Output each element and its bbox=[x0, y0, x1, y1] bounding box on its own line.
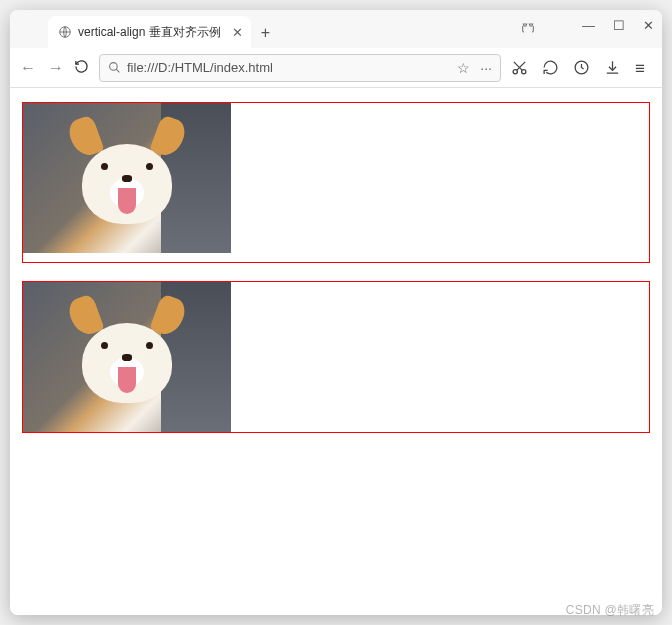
maximize-button[interactable]: ☐ bbox=[613, 18, 625, 33]
svg-point-1 bbox=[110, 63, 118, 71]
close-button[interactable]: ✕ bbox=[643, 18, 654, 33]
extension-icon[interactable] bbox=[520, 20, 536, 36]
search-icon bbox=[108, 61, 121, 74]
window-controls: — ☐ ✕ bbox=[582, 18, 654, 33]
menu-icon[interactable]: ≡ bbox=[635, 59, 652, 76]
url-text: file:///D:/HTML/index.html bbox=[127, 60, 273, 75]
tab-title: vertical-align 垂直对齐示例 bbox=[78, 24, 221, 41]
tab-close-button[interactable]: ✕ bbox=[232, 25, 243, 40]
bookmark-star-icon[interactable]: ☆ bbox=[457, 60, 470, 76]
cut-icon[interactable] bbox=[511, 59, 528, 76]
back-button[interactable]: ← bbox=[20, 59, 36, 77]
titlebar: — ☐ ✕ vertical-align 垂直对齐示例 ✕ + bbox=[10, 10, 662, 48]
corgi-image bbox=[23, 103, 231, 253]
browser-tab[interactable]: vertical-align 垂直对齐示例 ✕ bbox=[48, 16, 251, 48]
refresh-button[interactable] bbox=[74, 59, 89, 77]
undo-icon[interactable] bbox=[542, 59, 559, 76]
forward-button[interactable]: → bbox=[48, 59, 64, 77]
page-actions-icon[interactable]: ··· bbox=[480, 60, 492, 76]
demo-box-2 bbox=[22, 281, 650, 433]
demo-box-1 bbox=[22, 102, 650, 263]
download-icon[interactable] bbox=[604, 59, 621, 76]
page-content bbox=[10, 88, 662, 615]
url-bar[interactable]: file:///D:/HTML/index.html ☆ ··· bbox=[99, 54, 501, 82]
new-tab-button[interactable]: + bbox=[261, 24, 270, 42]
watermark: CSDN @韩曙亮 bbox=[566, 602, 654, 619]
minimize-button[interactable]: — bbox=[582, 18, 595, 33]
svg-line-2 bbox=[116, 69, 119, 72]
corgi-image bbox=[23, 282, 231, 432]
toolbar: ← → file:///D:/HTML/index.html ☆ ··· ≡ bbox=[10, 48, 662, 88]
history-icon[interactable] bbox=[573, 59, 590, 76]
globe-icon bbox=[58, 25, 72, 39]
